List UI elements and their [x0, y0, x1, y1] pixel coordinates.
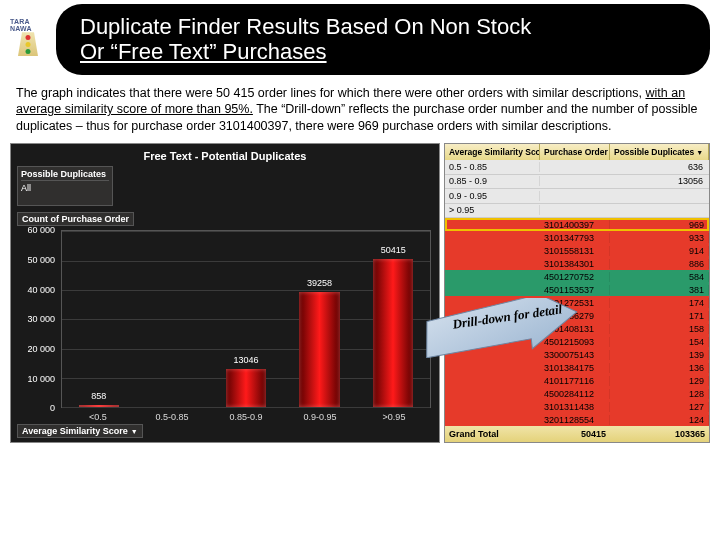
- table-footer: Grand Total 50415 103365: [445, 426, 709, 442]
- col-similarity[interactable]: Average Similarity Score▼: [445, 144, 540, 160]
- bar-0.9-0.95[interactable]: 39258: [283, 231, 357, 407]
- cell-dup: 933: [610, 233, 709, 243]
- bucket-row[interactable]: 0.85 - 0.913056: [445, 175, 709, 189]
- bar-<0.5[interactable]: 858: [62, 231, 136, 407]
- cell-dup: 584: [610, 272, 709, 282]
- y-tick: 40 000: [27, 285, 55, 295]
- table-row[interactable]: 4501270752584: [445, 270, 709, 283]
- footer-count: 50415: [540, 426, 610, 442]
- cell-po: 4501270752: [540, 272, 610, 282]
- drilldown-arrow: Drill-down for detail: [420, 298, 580, 358]
- bucket-row[interactable]: 0.9 - 0.95: [445, 189, 709, 203]
- cell-dup: 124: [610, 415, 709, 425]
- chart-filter-value: All: [21, 183, 109, 193]
- cell-po: 3101347793: [540, 233, 610, 243]
- bar-0.5-0.85[interactable]: [136, 231, 210, 407]
- cell-dup: 969: [610, 220, 709, 230]
- y-tick: 30 000: [27, 314, 55, 324]
- footer-label: Grand Total: [445, 426, 540, 442]
- bar-label: 13046: [226, 355, 266, 365]
- page-title: Duplicate Finder Results Based On Non St…: [56, 4, 710, 75]
- cell-po: 3101384301: [540, 259, 610, 269]
- cell-po: 3101384175: [540, 363, 610, 373]
- table-row[interactable]: 3101558131914: [445, 244, 709, 257]
- cell-po: 4101177116: [540, 376, 610, 386]
- drilldown-table[interactable]: Average Similarity Score▼ Purchase Order…: [444, 143, 710, 443]
- bar-chart[interactable]: Free Text - Potential Duplicates Possibl…: [10, 143, 440, 443]
- cell-po: 3101558131: [540, 246, 610, 256]
- bucket-row[interactable]: 0.5 - 0.85636: [445, 160, 709, 174]
- y-tick: 50 000: [27, 255, 55, 265]
- cell-dup: 171: [610, 311, 709, 321]
- cell-po: 4500284112: [540, 389, 610, 399]
- table-row[interactable]: 4501153537381: [445, 283, 709, 296]
- chart-filter-header: Possible Duplicates: [21, 169, 109, 181]
- col-duplicates[interactable]: Possible Duplicates▼: [610, 144, 709, 160]
- bar->0.95[interactable]: 50415: [356, 231, 430, 407]
- x-tick: >0.95: [357, 412, 431, 422]
- x-tick: 0.5-0.85: [135, 412, 209, 422]
- x-tick: 0.85-0.9: [209, 412, 283, 422]
- cell-po: 4501153537: [540, 285, 610, 295]
- cell-po: 3101400397: [540, 220, 610, 230]
- table-row[interactable]: 3101384175136: [445, 361, 709, 374]
- bar-label: 858: [79, 391, 119, 401]
- cell-dup: 886: [610, 259, 709, 269]
- cell-dup: 127: [610, 402, 709, 412]
- cell-dup: 914: [610, 246, 709, 256]
- cell-dup: 136: [610, 363, 709, 373]
- dropdown-icon: ▼: [696, 149, 703, 156]
- cell-dup: 129: [610, 376, 709, 386]
- y-tick: 10 000: [27, 374, 55, 384]
- cell-dup: 381: [610, 285, 709, 295]
- y-tick: 20 000: [27, 344, 55, 354]
- table-row[interactable]: 4500284112128: [445, 387, 709, 400]
- cell-dup: 128: [610, 389, 709, 399]
- y-tick: 60 000: [27, 225, 55, 235]
- dropdown-icon: ▼: [131, 428, 138, 435]
- cell-dup: 139: [610, 350, 709, 360]
- brand-logo: TARA NAWA: [10, 18, 46, 60]
- x-tick: 0.9-0.95: [283, 412, 357, 422]
- table-row[interactable]: 4101177116129: [445, 374, 709, 387]
- cell-dup: 158: [610, 324, 709, 334]
- cell-dup: 174: [610, 298, 709, 308]
- y-tick: 0: [50, 403, 55, 413]
- table-row[interactable]: 3201128554124: [445, 413, 709, 426]
- table-row[interactable]: 3101400397969: [445, 218, 709, 231]
- footer-dup: 103365: [610, 426, 709, 442]
- cell-dup: 154: [610, 337, 709, 347]
- bucket-row[interactable]: > 0.95: [445, 204, 709, 218]
- traffic-light-icon: [18, 32, 38, 60]
- table-row[interactable]: 3101347793933: [445, 231, 709, 244]
- brand-name: TARA NAWA: [10, 18, 46, 32]
- bar-label: 39258: [299, 278, 339, 288]
- table-header: Average Similarity Score▼ Purchase Order…: [445, 144, 709, 160]
- cell-po: 3201128554: [540, 415, 610, 425]
- bar-0.85-0.9[interactable]: 13046: [209, 231, 283, 407]
- col-po[interactable]: Purchase Order▼: [540, 144, 610, 160]
- chart-filter-box[interactable]: Possible Duplicates All: [17, 166, 113, 206]
- chart-title: Free Text - Potential Duplicates: [11, 144, 439, 165]
- x-tick: <0.5: [61, 412, 135, 422]
- chart-subtitle: Count of Purchase Order: [17, 212, 134, 226]
- table-row[interactable]: 3101384301886: [445, 257, 709, 270]
- title-line-1: Duplicate Finder Results Based On Non St…: [80, 14, 531, 39]
- chart-x-axis-title[interactable]: Average Similarity Score▼: [17, 424, 143, 438]
- cell-po: 3101311438: [540, 402, 610, 412]
- description-paragraph: The graph indicates that there were 50 4…: [0, 79, 720, 144]
- bar-label: 50415: [373, 245, 413, 255]
- table-row[interactable]: 3101311438127: [445, 400, 709, 413]
- title-line-2: Or “Free Text” Purchases: [80, 39, 327, 64]
